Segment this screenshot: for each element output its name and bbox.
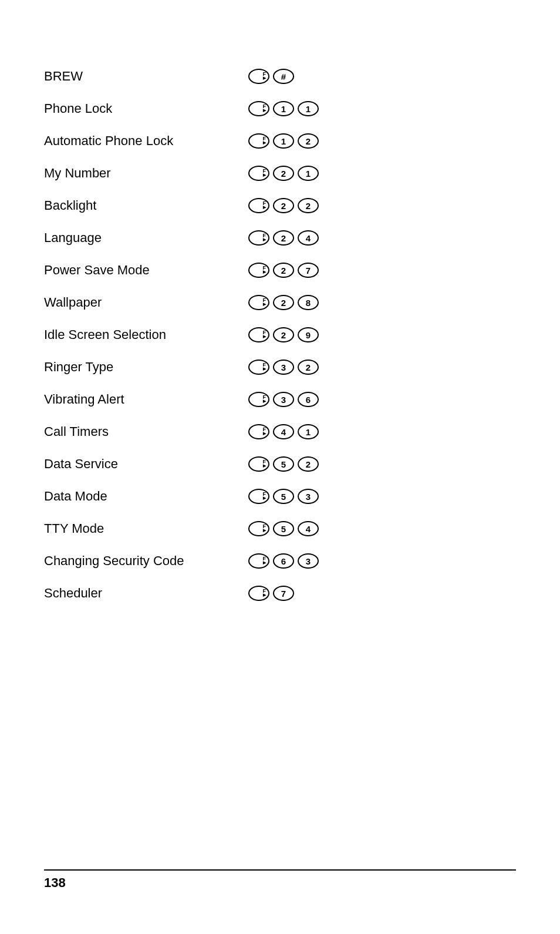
page-footer: 138: [44, 869, 516, 891]
shortcut-label: Vibrating Alert: [44, 392, 248, 407]
key-2: 2: [298, 198, 319, 213]
shortcut-label: Idle Screen Selection: [44, 327, 248, 342]
function-key-icon: F▶: [248, 553, 269, 569]
key-label: 2: [281, 298, 286, 308]
shortcut-keys: F▶41: [248, 424, 319, 439]
shortcut-row: Data ModeF▶53: [44, 488, 516, 505]
shortcut-row: Idle Screen SelectionF▶29: [44, 326, 516, 344]
key-label: 7: [306, 266, 311, 276]
shortcut-label: Call Timers: [44, 424, 248, 439]
key-label: 2: [281, 169, 286, 179]
function-key-label: F▶: [263, 137, 266, 145]
function-key-label: F▶: [263, 364, 266, 371]
shortcut-keys: F▶11: [248, 101, 319, 116]
function-key-label: F▶: [263, 299, 266, 306]
key-5: 5: [273, 521, 294, 536]
key-label: 2: [281, 330, 286, 340]
shortcut-label: TTY Mode: [44, 521, 248, 536]
key-label: 1: [281, 136, 286, 146]
key-6: 6: [298, 392, 319, 407]
function-key-icon: F▶: [248, 295, 269, 310]
menu-shortcut-list: BREWF▶#Phone LockF▶11Automatic Phone Loc…: [0, 0, 560, 602]
function-key-label: F▶: [263, 331, 266, 338]
key-2: 2: [273, 263, 294, 278]
shortcut-row: Changing Security CodeF▶63: [44, 552, 516, 570]
function-key-icon: F▶: [248, 198, 269, 213]
key-8: 8: [298, 295, 319, 310]
shortcut-label: Ringer Type: [44, 360, 248, 375]
key-7: 7: [273, 586, 294, 601]
function-key-label: F▶: [263, 461, 266, 468]
shortcut-row: Data ServiceF▶52: [44, 455, 516, 473]
function-key-icon: F▶: [248, 101, 269, 116]
key-label: 2: [306, 136, 311, 146]
key-5: 5: [273, 456, 294, 472]
function-key-icon: F▶: [248, 69, 269, 84]
key-label: 1: [306, 104, 311, 114]
key-2: 2: [298, 456, 319, 472]
shortcut-row: Power Save ModeF▶27: [44, 261, 516, 279]
key-label: 2: [281, 201, 286, 211]
shortcut-keys: F▶21: [248, 166, 319, 181]
key-2: 2: [273, 230, 294, 246]
key-1: 1: [298, 424, 319, 439]
function-key-label: F▶: [263, 590, 266, 597]
shortcut-row: BREWF▶#: [44, 68, 516, 85]
key-label: 3: [306, 492, 311, 502]
key-7: 7: [298, 263, 319, 278]
key-1: 1: [273, 133, 294, 149]
function-key-icon: F▶: [248, 489, 269, 504]
key-label: #: [281, 72, 286, 82]
key-label: 2: [281, 266, 286, 276]
shortcut-row: Automatic Phone LockF▶12: [44, 132, 516, 150]
key-label: 6: [281, 556, 286, 566]
key-label: 2: [281, 233, 286, 243]
shortcut-row: My NumberF▶21: [44, 164, 516, 182]
key-3: 3: [298, 489, 319, 504]
shortcut-keys: F▶36: [248, 392, 319, 407]
shortcut-keys: F▶29: [248, 327, 319, 342]
function-key-label: F▶: [263, 170, 266, 177]
key-label: 5: [281, 524, 286, 534]
key-2: 2: [298, 133, 319, 149]
shortcut-label: Wallpaper: [44, 295, 248, 310]
function-key-icon: F▶: [248, 424, 269, 439]
page-number: 138: [44, 875, 516, 891]
key-2: 2: [273, 295, 294, 310]
shortcut-keys: F▶54: [248, 521, 319, 536]
shortcut-row: LanguageF▶24: [44, 229, 516, 247]
key-1: 1: [298, 166, 319, 181]
key-2: 2: [273, 198, 294, 213]
shortcut-label: Scheduler: [44, 586, 248, 601]
key-label: 1: [281, 104, 286, 114]
key-label: 3: [306, 556, 311, 566]
shortcut-label: BREW: [44, 69, 248, 84]
function-key-icon: F▶: [248, 327, 269, 342]
footer-divider: [44, 869, 516, 871]
key-label: 3: [281, 395, 286, 405]
function-key-label: F▶: [263, 202, 266, 209]
shortcut-label: Language: [44, 230, 248, 246]
shortcut-label: Data Service: [44, 456, 248, 472]
shortcut-row: Ringer TypeF▶32: [44, 358, 516, 376]
key-label: 2: [306, 362, 311, 372]
function-key-label: F▶: [263, 525, 266, 532]
shortcut-keys: F▶24: [248, 230, 319, 246]
function-key-label: F▶: [263, 396, 266, 403]
function-key-icon: F▶: [248, 360, 269, 375]
shortcut-keys: F▶28: [248, 295, 319, 310]
function-key-icon: F▶: [248, 586, 269, 601]
shortcut-row: Vibrating AlertF▶36: [44, 391, 516, 408]
key-2: 2: [273, 166, 294, 181]
key-label: 4: [306, 524, 311, 534]
shortcut-row: Phone LockF▶11: [44, 100, 516, 117]
function-key-icon: F▶: [248, 166, 269, 181]
shortcut-keys: F▶12: [248, 133, 319, 149]
shortcut-keys: F▶27: [248, 263, 319, 278]
key-#: #: [273, 69, 294, 84]
function-key-icon: F▶: [248, 456, 269, 472]
shortcut-keys: F▶#: [248, 69, 294, 84]
key-3: 3: [298, 553, 319, 569]
function-key-label: F▶: [263, 105, 266, 112]
key-label: 3: [281, 362, 286, 372]
